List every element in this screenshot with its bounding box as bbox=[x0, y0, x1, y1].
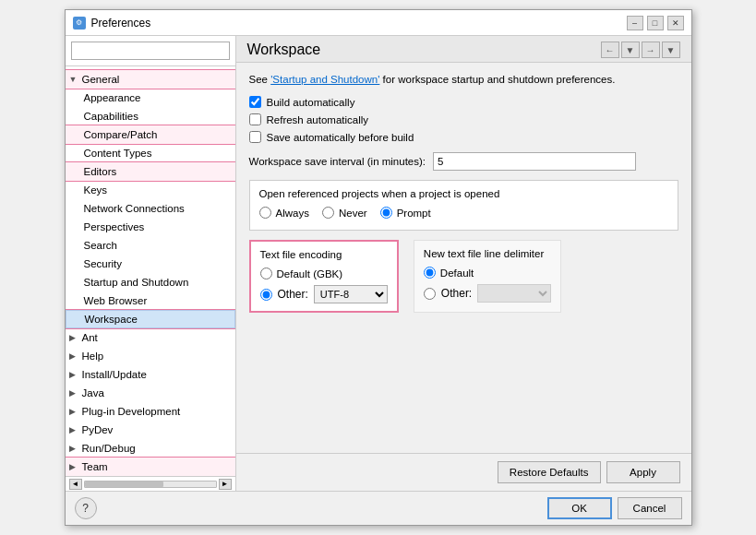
save-interval-label: Workspace save interval (in minutes): bbox=[249, 156, 426, 167]
scroll-left-btn[interactable]: ◄ bbox=[69, 479, 82, 490]
sidebar-label-pydev: PyDev bbox=[82, 424, 114, 435]
delimiter-select[interactable]: Windows Unix Mac bbox=[477, 284, 551, 303]
open-never-row: Never bbox=[322, 207, 367, 219]
sidebar-item-pydev[interactable]: ▶ PyDev bbox=[66, 421, 235, 439]
sidebar-label-editors: Editors bbox=[84, 166, 117, 177]
main-header: Workspace ← ▼ → ▼ bbox=[236, 36, 691, 63]
encoding-other-radio[interactable] bbox=[260, 289, 272, 301]
expand-arrow-general: ▼ bbox=[69, 75, 80, 84]
sidebar-item-compare-patch[interactable]: Compare/Patch bbox=[66, 125, 235, 144]
sidebar-label-appearance: Appearance bbox=[84, 92, 141, 103]
sidebar-item-general[interactable]: ▼ General bbox=[66, 70, 235, 89]
sidebar-label-general: General bbox=[82, 74, 120, 85]
sidebar-item-web-browser[interactable]: Web Browser bbox=[66, 291, 235, 310]
encoding-other-row: Other: UTF-8 UTF-16 ISO-8859-1 US-ASCII bbox=[260, 285, 388, 303]
encoding-default-radio[interactable] bbox=[260, 268, 272, 279]
sidebar-item-ant[interactable]: ▶ Ant bbox=[66, 328, 235, 347]
minimize-button[interactable]: – bbox=[627, 16, 643, 30]
expand-arrow-java: ▶ bbox=[69, 388, 80, 398]
nav-back-btn[interactable]: ← bbox=[601, 42, 619, 58]
delimiter-other-radio[interactable] bbox=[424, 288, 436, 300]
sidebar-label-network-connections: Network Connections bbox=[84, 203, 185, 214]
refresh-auto-checkbox[interactable] bbox=[249, 113, 261, 125]
save-auto-row: Save automatically before build bbox=[249, 131, 678, 143]
dialog-footer-buttons: OK Cancel bbox=[547, 497, 682, 519]
build-auto-row: Build automatically bbox=[249, 96, 678, 108]
sidebar-label-compare-patch: Compare/Patch bbox=[84, 129, 158, 140]
sidebar-item-perspectives[interactable]: Perspectives bbox=[66, 218, 235, 236]
open-projects-radio-group: Always Never Prompt bbox=[259, 207, 668, 222]
sidebar-item-plugin-dev[interactable]: ▶ Plug-in Development bbox=[66, 402, 235, 421]
sidebar-item-workspace[interactable]: Workspace bbox=[66, 310, 235, 328]
nav-dropdown-btn[interactable]: ▼ bbox=[621, 42, 640, 58]
encoding-delimiter-section: Text file encoding Default (GBK) Other: … bbox=[249, 240, 678, 313]
sidebar-item-java[interactable]: ▶ Java bbox=[66, 384, 235, 402]
sidebar-item-search[interactable]: Search bbox=[66, 236, 235, 255]
expand-arrow-plugin: ▶ bbox=[69, 407, 80, 416]
delimiter-other-label[interactable]: Other: bbox=[441, 287, 472, 300]
ok-button[interactable]: OK bbox=[547, 497, 612, 519]
main-panel: Workspace ← ▼ → ▼ See 'Startup and Shutd… bbox=[236, 36, 691, 491]
scroll-right-btn[interactable]: ► bbox=[219, 479, 232, 490]
build-auto-checkbox[interactable] bbox=[249, 96, 261, 108]
sidebar-item-run-debug[interactable]: ▶ Run/Debug bbox=[66, 439, 235, 458]
sidebar-item-keys[interactable]: Keys bbox=[66, 181, 235, 199]
sidebar-label-perspectives: Perspectives bbox=[84, 221, 145, 232]
sidebar: ▼ General Appearance Capabilities Compar… bbox=[66, 36, 236, 491]
encoding-default-label[interactable]: Default (GBK) bbox=[277, 268, 343, 279]
cancel-button[interactable]: Cancel bbox=[618, 497, 682, 519]
save-auto-label[interactable]: Save automatically before build bbox=[267, 132, 414, 143]
restore-defaults-button[interactable]: Restore Defaults bbox=[498, 461, 601, 483]
sidebar-item-appearance[interactable]: Appearance bbox=[66, 89, 235, 107]
save-auto-checkbox[interactable] bbox=[249, 131, 261, 143]
scrollbar-thumb[interactable] bbox=[85, 482, 163, 487]
sidebar-item-network-connections[interactable]: Network Connections bbox=[66, 199, 235, 218]
sidebar-label-web-browser: Web Browser bbox=[84, 295, 148, 306]
encoding-select[interactable]: UTF-8 UTF-16 ISO-8859-1 US-ASCII bbox=[314, 285, 388, 303]
apply-button[interactable]: Apply bbox=[606, 461, 680, 483]
expand-arrow-help: ▶ bbox=[69, 351, 80, 361]
open-never-radio[interactable] bbox=[322, 207, 334, 219]
startup-link[interactable]: 'Startup and Shutdown' bbox=[270, 74, 379, 85]
sidebar-label-install-update: Install/Update bbox=[82, 369, 147, 380]
sidebar-item-startup[interactable]: Startup and Shutdown bbox=[66, 273, 235, 291]
encoding-title: Text file encoding bbox=[260, 249, 388, 260]
dialog-title: Preferences bbox=[91, 17, 627, 30]
sidebar-item-team[interactable]: ▶ Team bbox=[66, 458, 235, 476]
dialog-icon: ⚙ bbox=[73, 17, 86, 30]
delimiter-title: New text file line delimiter bbox=[424, 248, 551, 259]
open-never-label[interactable]: Never bbox=[339, 208, 367, 219]
sidebar-label-search: Search bbox=[84, 240, 117, 251]
main-body: See 'Startup and Shutdown' for workspace… bbox=[236, 63, 691, 453]
dialog-footer: ? OK Cancel bbox=[66, 491, 691, 525]
sidebar-item-editors[interactable]: Editors bbox=[66, 162, 235, 181]
sidebar-item-security[interactable]: Security bbox=[66, 255, 235, 273]
close-button[interactable]: ✕ bbox=[667, 16, 684, 30]
open-always-radio[interactable] bbox=[259, 207, 271, 219]
open-prompt-radio[interactable] bbox=[380, 207, 392, 219]
sidebar-label-content-types: Content Types bbox=[84, 148, 152, 159]
search-input[interactable] bbox=[71, 42, 230, 60]
panel-title: Workspace bbox=[247, 42, 321, 58]
sidebar-item-content-types[interactable]: Content Types bbox=[66, 144, 235, 162]
build-auto-label[interactable]: Build automatically bbox=[267, 97, 355, 108]
open-always-label[interactable]: Always bbox=[276, 208, 309, 219]
sidebar-item-help[interactable]: ▶ Help bbox=[66, 347, 235, 365]
sidebar-label-startup: Startup and Shutdown bbox=[84, 277, 189, 288]
help-button[interactable]: ? bbox=[75, 497, 97, 519]
encoding-default-row: Default (GBK) bbox=[260, 268, 388, 279]
maximize-button[interactable]: □ bbox=[647, 16, 664, 30]
delimiter-default-radio[interactable] bbox=[424, 267, 436, 279]
sidebar-item-capabilities[interactable]: Capabilities bbox=[66, 107, 235, 125]
sidebar-label-team: Team bbox=[82, 461, 108, 472]
tree: ▼ General Appearance Capabilities Compar… bbox=[66, 66, 235, 476]
refresh-auto-label[interactable]: Refresh automatically bbox=[267, 114, 369, 125]
save-interval-input[interactable] bbox=[433, 152, 636, 171]
encoding-other-label[interactable]: Other: bbox=[278, 288, 308, 301]
delimiter-default-label[interactable]: Default bbox=[440, 268, 474, 279]
nav-forward-dropdown-btn[interactable]: ▼ bbox=[662, 42, 680, 58]
refresh-auto-row: Refresh automatically bbox=[249, 113, 678, 125]
open-prompt-label[interactable]: Prompt bbox=[397, 208, 431, 219]
sidebar-item-install-update[interactable]: ▶ Install/Update bbox=[66, 365, 235, 384]
nav-forward-btn[interactable]: → bbox=[642, 42, 660, 58]
